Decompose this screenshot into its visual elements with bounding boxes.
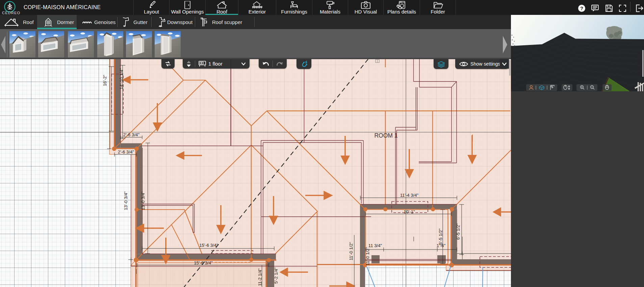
svg-text:11'-0 1/2": 11'-0 1/2" bbox=[365, 247, 370, 265]
svg-text:11'-0 1/2": 11'-0 1/2" bbox=[349, 242, 354, 260]
svg-text:6'-5 1/2": 6'-5 1/2" bbox=[438, 229, 443, 245]
svg-text:14'-10 1/4": 14'-10 1/4" bbox=[119, 68, 124, 89]
svg-text:2'-6 3/4": 2'-6 3/4" bbox=[118, 149, 134, 154]
svg-text:2'-6 3/4": 2'-6 3/4" bbox=[123, 132, 140, 137]
svg-text:15'-6 3/4": 15'-6 3/4" bbox=[194, 260, 213, 265]
svg-text:13'-0 3/4": 13'-0 3/4" bbox=[123, 191, 128, 210]
svg-text:5'-2 1/4": 5'-2 1/4" bbox=[274, 267, 279, 284]
svg-text:CEDREO: CEDREO bbox=[2, 11, 20, 15]
svg-text:11 3/4": 11 3/4" bbox=[368, 243, 382, 248]
svg-text:15'-6 3/4": 15'-6 3/4" bbox=[199, 243, 218, 248]
svg-text:11-2 1/4": 11-2 1/4" bbox=[257, 268, 262, 286]
svg-text:ROOM 1: ROOM 1 bbox=[374, 132, 397, 139]
svg-text:13'-0 3/4": 13'-0 3/4" bbox=[140, 191, 146, 210]
svg-text:?: ? bbox=[580, 5, 583, 11]
svg-text:16'-2": 16'-2" bbox=[102, 75, 107, 86]
svg-text:6'-5 1/2": 6'-5 1/2" bbox=[456, 223, 461, 240]
svg-text:10'-1": 10'-1" bbox=[404, 209, 415, 214]
svg-text:11'-4 3/4": 11'-4 3/4" bbox=[400, 193, 419, 198]
